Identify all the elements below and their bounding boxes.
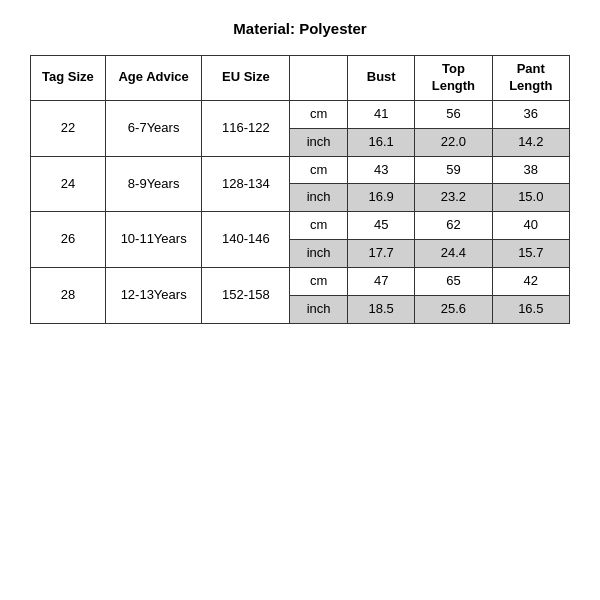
- cell-bust-cm: 47: [348, 268, 415, 296]
- cell-top-cm: 62: [415, 212, 492, 240]
- cell-bust-inch: 17.7: [348, 240, 415, 268]
- cell-pant-inch: 15.0: [492, 184, 569, 212]
- cell-age: 10-11Years: [105, 212, 202, 268]
- cell-age: 6-7Years: [105, 100, 202, 156]
- cell-pant-inch: 16.5: [492, 296, 569, 324]
- cell-bust-inch: 18.5: [348, 296, 415, 324]
- cell-eu: 140-146: [202, 212, 290, 268]
- cell-bust-inch: 16.1: [348, 128, 415, 156]
- cell-unit-inch: inch: [290, 240, 348, 268]
- cell-tag: 26: [31, 212, 106, 268]
- cell-unit-cm: cm: [290, 212, 348, 240]
- cell-pant-inch: 14.2: [492, 128, 569, 156]
- page-title: Material: Polyester: [233, 20, 366, 37]
- table-row: 2812-13Years152-158cm476542: [31, 268, 570, 296]
- cell-unit-cm: cm: [290, 100, 348, 128]
- cell-bust-cm: 45: [348, 212, 415, 240]
- header-pant-length: PantLength: [492, 56, 569, 101]
- cell-tag: 24: [31, 156, 106, 212]
- cell-unit-cm: cm: [290, 268, 348, 296]
- cell-top-cm: 56: [415, 100, 492, 128]
- header-bust: Bust: [348, 56, 415, 101]
- cell-top-cm: 59: [415, 156, 492, 184]
- cell-eu: 128-134: [202, 156, 290, 212]
- cell-unit-inch: inch: [290, 128, 348, 156]
- table-row: 2610-11Years140-146cm456240: [31, 212, 570, 240]
- cell-bust-inch: 16.9: [348, 184, 415, 212]
- cell-pant-cm: 36: [492, 100, 569, 128]
- header-age-advice: Age Advice: [105, 56, 202, 101]
- cell-pant-cm: 42: [492, 268, 569, 296]
- cell-pant-cm: 38: [492, 156, 569, 184]
- cell-eu: 116-122: [202, 100, 290, 156]
- size-table: Tag Size Age Advice EU Size Bust TopLeng…: [30, 55, 570, 324]
- cell-age: 8-9Years: [105, 156, 202, 212]
- table-row: 248-9Years128-134cm435938: [31, 156, 570, 184]
- table-row: 226-7Years116-122cm415636: [31, 100, 570, 128]
- cell-unit-inch: inch: [290, 184, 348, 212]
- cell-top-cm: 65: [415, 268, 492, 296]
- header-eu-size: EU Size: [202, 56, 290, 101]
- cell-pant-cm: 40: [492, 212, 569, 240]
- cell-top-inch: 24.4: [415, 240, 492, 268]
- cell-unit-cm: cm: [290, 156, 348, 184]
- cell-unit-inch: inch: [290, 296, 348, 324]
- cell-bust-cm: 41: [348, 100, 415, 128]
- cell-age: 12-13Years: [105, 268, 202, 324]
- header-top-length: TopLength: [415, 56, 492, 101]
- header-row: Tag Size Age Advice EU Size Bust TopLeng…: [31, 56, 570, 101]
- header-unit: [290, 56, 348, 101]
- cell-tag: 28: [31, 268, 106, 324]
- header-tag-size: Tag Size: [31, 56, 106, 101]
- cell-top-inch: 22.0: [415, 128, 492, 156]
- cell-top-inch: 25.6: [415, 296, 492, 324]
- cell-tag: 22: [31, 100, 106, 156]
- cell-bust-cm: 43: [348, 156, 415, 184]
- cell-eu: 152-158: [202, 268, 290, 324]
- cell-top-inch: 23.2: [415, 184, 492, 212]
- cell-pant-inch: 15.7: [492, 240, 569, 268]
